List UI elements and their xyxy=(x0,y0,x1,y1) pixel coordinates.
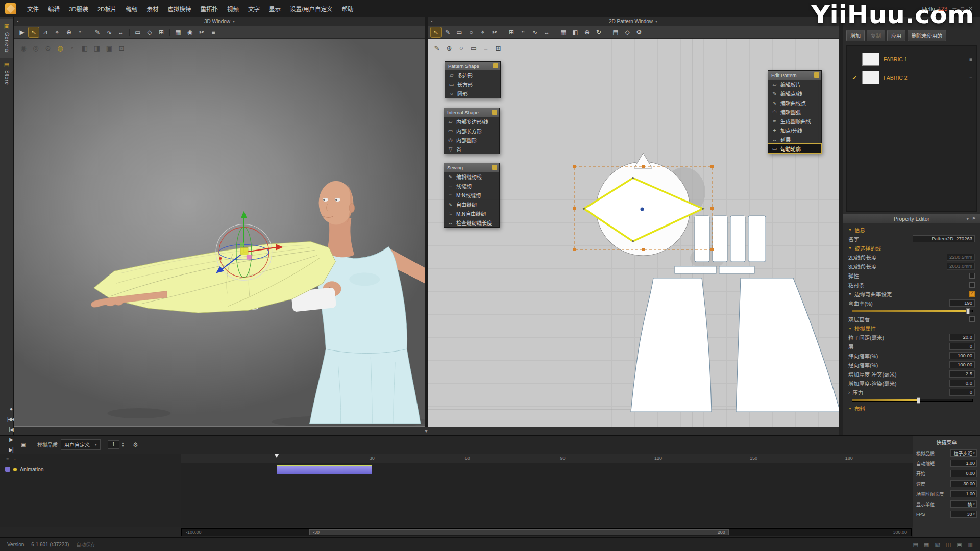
show-garment-toggle[interactable]: ◍ xyxy=(55,43,65,53)
layout-quad-icon[interactable]: ▣ xyxy=(957,541,962,548)
track-row[interactable]: Animation xyxy=(5,466,44,472)
maximize-button[interactable]: ◻ xyxy=(960,6,964,11)
property-slider[interactable] xyxy=(852,308,973,313)
menu-item[interactable]: 视频 xyxy=(223,2,243,15)
menu-item[interactable]: 重拓扑 xyxy=(195,2,223,15)
canvas-2d[interactable]: ✎⊕○▭≡⊞ xyxy=(428,39,839,427)
toolbar-separator[interactable] xyxy=(169,29,170,36)
property-editor-header[interactable]: Property Editor ▾⚑ xyxy=(843,214,980,223)
property-value[interactable]: 0 xyxy=(949,389,975,396)
timeline-range-scrollbar[interactable]: -100.00 -30 200 300.00 xyxy=(181,528,912,536)
rect-overlay-tool[interactable]: ▭ xyxy=(469,43,479,53)
settings-2d-tool[interactable]: ⚙ xyxy=(634,27,644,37)
layout-wide-icon[interactable]: ▥ xyxy=(968,541,973,548)
property-value[interactable]: 2.5 xyxy=(949,370,975,378)
pattern-outline-tool[interactable]: ◇ xyxy=(622,27,632,37)
menu-item[interactable]: 编辑 xyxy=(43,2,64,15)
menu-option[interactable]: ▭内部长方形 xyxy=(444,126,499,135)
account-greeting[interactable]: Hello, 123 xyxy=(922,6,948,12)
menu-option[interactable]: ▽省 xyxy=(444,144,499,154)
show-stitch-toggle[interactable]: ▣ xyxy=(104,43,114,53)
shade-tool[interactable]: ◧ xyxy=(570,27,580,37)
viewport-menu-icon[interactable]: ▪ xyxy=(17,19,18,24)
playhead[interactable] xyxy=(277,454,277,527)
dart-tool[interactable]: ⌖ xyxy=(478,27,488,37)
quality-dropdown[interactable]: 用户自定义▾ xyxy=(61,439,101,450)
viewport-menu-icon[interactable]: ▪ xyxy=(431,19,432,24)
property-value[interactable]: 100.00 xyxy=(949,352,975,359)
show-mesh-toggle[interactable]: ◨ xyxy=(92,43,102,53)
property-checkbox[interactable] xyxy=(969,291,975,297)
property-value[interactable]: 2803.0mm xyxy=(947,263,975,270)
property-value[interactable]: 0 xyxy=(949,343,975,350)
zoom-tool[interactable]: ○ xyxy=(456,43,467,53)
timeline-settings-icon[interactable]: ⚙ xyxy=(133,441,138,448)
animation-clip[interactable] xyxy=(277,466,372,474)
timeline-track-area[interactable]: 30 60 90 120 150 180 xyxy=(181,454,913,527)
menu-option[interactable]: ↔检查缝纫线长度 xyxy=(444,218,499,227)
property-value[interactable]: 0.0 xyxy=(949,380,975,387)
fabric-options-icon[interactable]: ≡ xyxy=(969,57,972,62)
pin-tool[interactable]: ⌖ xyxy=(52,27,62,37)
menu-option[interactable]: ▱编辑板片 xyxy=(768,80,821,89)
layout-3d-icon[interactable]: ▧ xyxy=(935,541,940,548)
menu-option[interactable]: ◠编辑圆弧 xyxy=(768,107,821,116)
show-grid-toggle[interactable]: ⊡ xyxy=(116,43,127,53)
avatar-head[interactable] xyxy=(319,181,355,225)
menu-item[interactable]: 帮助 xyxy=(337,2,358,15)
sewing-edit-tool[interactable]: ✎ xyxy=(92,27,103,37)
range-visible-window[interactable]: -30 200 xyxy=(309,529,729,535)
circle-tool[interactable]: ○ xyxy=(466,27,476,37)
pin-icon[interactable]: ⚑ xyxy=(972,216,976,221)
move-2d-tool[interactable]: ⊕ xyxy=(582,27,592,37)
chevron-down-icon[interactable]: ▾ xyxy=(655,19,657,24)
seam-tool[interactable]: ≈ xyxy=(518,27,528,37)
edit-pattern-panel-header[interactable]: Edit Pattern xyxy=(768,71,821,80)
sewing-panel-header[interactable]: Sewing xyxy=(444,163,499,172)
property-value[interactable]: 100.00 xyxy=(949,361,975,368)
property-checkbox[interactable] xyxy=(969,273,975,279)
rectangle-tool[interactable]: ▭ xyxy=(454,27,464,37)
menu-option[interactable]: ✎编辑点/线 xyxy=(768,89,821,98)
app-logo-icon[interactable] xyxy=(5,3,16,14)
viewport-2d-header[interactable]: ▪ 2D Pattern Window ▾ xyxy=(428,17,839,26)
menu-option[interactable]: ▱内部多边形/线 xyxy=(444,117,499,126)
collapse-arrow-icon[interactable]: ▼ xyxy=(848,292,852,296)
property-slider[interactable] xyxy=(852,397,973,403)
collapse-arrow-icon[interactable]: ▼ xyxy=(848,228,852,232)
expand-arrow-icon[interactable]: › xyxy=(848,390,850,395)
quick-setting-input[interactable]: 0.00▾ xyxy=(950,470,977,477)
pattern-shape-panel-header[interactable]: Pattern Shape xyxy=(445,62,500,70)
internal-shape-panel-header[interactable]: Internal Shape xyxy=(444,108,499,117)
minimize-button[interactable]: ─ xyxy=(952,6,956,11)
fabric-options-icon[interactable]: ≡ xyxy=(969,75,972,81)
property-value[interactable]: 20.0 xyxy=(949,334,975,341)
property-checkbox[interactable] xyxy=(969,316,975,322)
simulate-tool[interactable]: ▶ xyxy=(17,27,27,37)
grid-2d-tool[interactable]: ⊞ xyxy=(506,27,517,37)
menu-item[interactable]: 3D服装 xyxy=(64,2,93,15)
tape-tool[interactable]: ▭ xyxy=(133,27,143,37)
account-username[interactable]: 123 xyxy=(938,6,947,12)
property-value[interactable]: Pattern2D_270263 xyxy=(913,235,975,242)
menu-option[interactable]: ✎编辑缝纫线 xyxy=(444,172,499,181)
select-mesh-tool[interactable]: ⊿ xyxy=(40,27,51,37)
menu-option[interactable]: ≈生成圆顺曲线 xyxy=(768,116,821,126)
fabric-swatch[interactable] xyxy=(862,71,879,84)
menu-item[interactable]: 虚拟模特 xyxy=(163,2,195,15)
menu-item[interactable]: 2D板片 xyxy=(93,2,121,15)
show-arrangement-toggle[interactable]: ▫ xyxy=(67,43,78,53)
object-browser-button[interactable]: 复制 xyxy=(867,30,885,41)
track-filter-icon[interactable]: ▫ xyxy=(14,457,15,462)
quick-setting-input[interactable]: 1.00▾ xyxy=(950,460,977,467)
rail-tab[interactable]: ▣ General xyxy=(0,19,13,58)
menu-option[interactable]: ▭勾勒轮廓 xyxy=(768,144,821,153)
trouser-pattern-right[interactable] xyxy=(736,278,839,412)
panel-pin-icon[interactable] xyxy=(814,72,819,78)
menu-option[interactable]: ∿编辑曲线点 xyxy=(768,98,821,107)
measure-2d-tool[interactable]: ↔ xyxy=(542,27,552,37)
menu-option[interactable]: ○圆形 xyxy=(445,89,500,98)
canvas-3d[interactable]: ◉◎⊙◍▫◧◨▣⊡ xyxy=(14,39,425,427)
play-button[interactable]: ▶ xyxy=(5,435,17,445)
measure-tool[interactable]: ↔ xyxy=(116,27,126,37)
